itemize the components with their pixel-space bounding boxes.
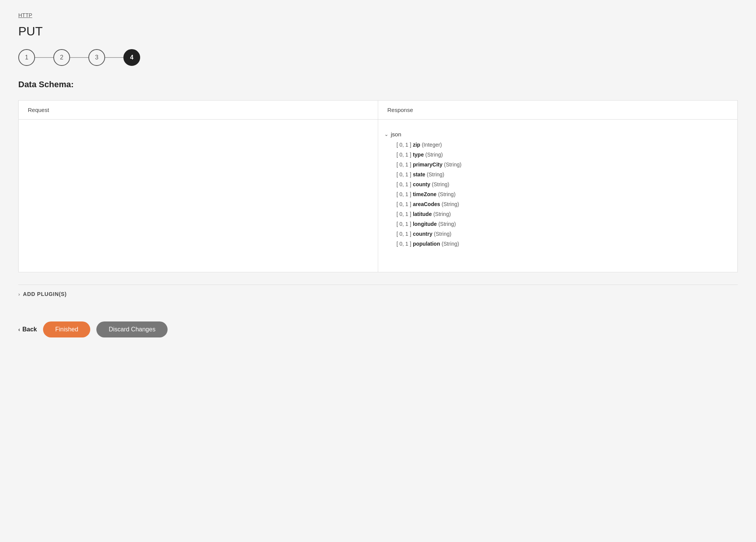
response-panel-body: ⌄ json [ 0, 1 ] zip (Integer)[ 0, 1 ] ty… — [378, 120, 737, 272]
step-connector-1 — [35, 57, 53, 58]
field-range: [ 0, 1 ] — [396, 231, 411, 237]
schema-panels: Request Response ⌄ json [ 0, 1 ] zip (In… — [18, 100, 738, 272]
field-type: (String) — [438, 191, 456, 197]
field-range: [ 0, 1 ] — [396, 221, 411, 227]
page-title: PUT — [18, 24, 738, 38]
field-type: (Integer) — [422, 142, 442, 148]
step-connector-2 — [70, 57, 88, 58]
field-type: (String) — [432, 181, 449, 187]
field-type: (String) — [425, 152, 443, 158]
step-3[interactable]: 3 — [88, 49, 105, 66]
finished-button[interactable]: Finished — [43, 321, 90, 337]
page-container: HTTP PUT 1 2 3 4 Data Schema: Request Re… — [0, 0, 756, 542]
field-type: (String) — [442, 201, 459, 207]
section-title: Data Schema: — [18, 80, 738, 90]
json-field-row: [ 0, 1 ] latitude (String) — [396, 209, 731, 219]
chevron-down-icon: ⌄ — [384, 131, 388, 137]
json-field-row: [ 0, 1 ] state (String) — [396, 169, 731, 179]
field-type: (String) — [441, 241, 459, 247]
field-name: type — [413, 152, 424, 158]
field-name: timeZone — [413, 191, 436, 197]
json-root[interactable]: ⌄ json — [384, 129, 731, 140]
bottom-bar: ‹ Back Finished Discard Changes — [18, 315, 738, 344]
field-range: [ 0, 1 ] — [396, 211, 411, 217]
step-2[interactable]: 2 — [53, 49, 70, 66]
request-panel-header: Request — [19, 101, 378, 120]
field-range: [ 0, 1 ] — [396, 201, 411, 207]
back-button[interactable]: ‹ Back — [18, 326, 37, 333]
field-range: [ 0, 1 ] — [396, 161, 411, 168]
field-range: [ 0, 1 ] — [396, 152, 411, 158]
field-type: (String) — [433, 211, 451, 217]
field-range: [ 0, 1 ] — [396, 181, 411, 187]
field-name: county — [413, 181, 430, 187]
json-field-row: [ 0, 1 ] county (String) — [396, 179, 731, 189]
field-name: state — [413, 171, 425, 177]
field-name: areaCodes — [413, 201, 440, 207]
step-1[interactable]: 1 — [18, 49, 35, 66]
field-name: country — [413, 231, 432, 237]
json-field-row: [ 0, 1 ] longitude (String) — [396, 219, 731, 229]
field-type: (String) — [438, 221, 456, 227]
json-field-row: [ 0, 1 ] primaryCity (String) — [396, 160, 731, 169]
field-type: (String) — [434, 231, 451, 237]
plugin-label: ADD PLUGIN(S) — [23, 291, 67, 297]
json-fields: [ 0, 1 ] zip (Integer)[ 0, 1 ] type (Str… — [384, 140, 731, 249]
request-panel: Request — [19, 101, 378, 272]
field-type: (String) — [427, 171, 444, 177]
step-4[interactable]: 4 — [123, 49, 140, 66]
chevron-right-icon: › — [18, 291, 20, 297]
json-tree: ⌄ json [ 0, 1 ] zip (Integer)[ 0, 1 ] ty… — [378, 126, 737, 252]
back-chevron-icon: ‹ — [18, 326, 20, 333]
json-root-label: json — [391, 131, 401, 137]
json-field-row: [ 0, 1 ] country (String) — [396, 229, 731, 239]
field-name: latitude — [413, 211, 432, 217]
field-range: [ 0, 1 ] — [396, 241, 411, 247]
response-panel: Response ⌄ json [ 0, 1 ] zip (Integer)[ … — [378, 101, 737, 272]
field-range: [ 0, 1 ] — [396, 142, 411, 148]
field-type: (String) — [444, 161, 462, 168]
json-field-row: [ 0, 1 ] timeZone (String) — [396, 189, 731, 199]
json-field-row: [ 0, 1 ] population (String) — [396, 239, 731, 249]
field-range: [ 0, 1 ] — [396, 171, 411, 177]
field-name: population — [413, 241, 440, 247]
step-connector-3 — [105, 57, 123, 58]
field-name: primaryCity — [413, 161, 443, 168]
response-panel-header: Response — [378, 101, 737, 120]
field-name: longitude — [413, 221, 437, 227]
json-field-row: [ 0, 1 ] type (String) — [396, 150, 731, 160]
json-field-row: [ 0, 1 ] areaCodes (String) — [396, 199, 731, 209]
field-range: [ 0, 1 ] — [396, 191, 411, 197]
json-field-row: [ 0, 1 ] zip (Integer) — [396, 140, 731, 150]
breadcrumb[interactable]: HTTP — [18, 12, 738, 18]
step-indicator: 1 2 3 4 — [18, 49, 738, 66]
request-panel-body — [19, 120, 378, 272]
plugin-section[interactable]: › ADD PLUGIN(S) — [18, 285, 738, 303]
discard-button[interactable]: Discard Changes — [96, 321, 168, 337]
field-name: zip — [413, 142, 420, 148]
